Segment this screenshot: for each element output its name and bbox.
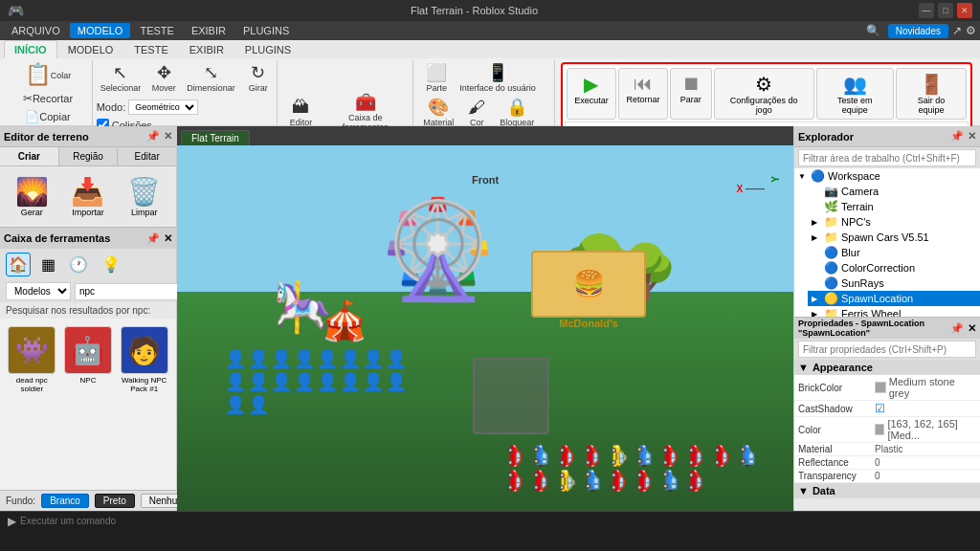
novidades-button[interactable]: Novidades [888, 24, 948, 38]
toolbox-icon-row: 🏠 ▦ 🕐 💡 [0, 249, 176, 280]
girar-button[interactable]: ↻ Girar [241, 62, 276, 95]
close-button[interactable]: ✕ [957, 3, 972, 18]
tree-item-ferris[interactable]: ▶ 📁 Ferris Wheel [808, 306, 980, 317]
dimensionar-button[interactable]: ⤡ Dimensionar [183, 62, 239, 95]
prop-material[interactable]: Material Plastic [794, 443, 980, 456]
explorer-pin-icon[interactable]: 📌 [950, 130, 964, 143]
tab-editar[interactable]: Editar [118, 147, 176, 165]
fundo-branco-button[interactable]: Branco [41, 494, 89, 508]
settings-icon[interactable]: ⚙ [966, 24, 976, 37]
tab-plugins[interactable]: PLUGINS [234, 40, 301, 58]
terrain-grid: 🌄 Gerar 📥 Importar 🗑️ Limpar [0, 166, 176, 227]
grid-icon[interactable]: ▦ [38, 253, 58, 276]
tree-item-sunrays[interactable]: 🔵 SunRays [808, 276, 980, 291]
prop-reflectance[interactable]: Reflectance 0 [794, 456, 980, 470]
minimize-button[interactable]: — [919, 3, 934, 18]
terrain-tool-limpar[interactable]: 🗑️ Limpar [118, 172, 170, 221]
cor-button[interactable]: 🖌 Cor [459, 97, 494, 129]
team-icon: 👥 [843, 73, 867, 96]
paste-icon: 📋 [25, 64, 51, 85]
command-icon: ▶ [8, 515, 16, 528]
toolbox-close-icon[interactable]: ✕ [164, 232, 172, 245]
mcdonalds-area: 🍔 McDonald's [531, 251, 646, 329]
prop-transparency[interactable]: Transparency 0 [794, 470, 980, 483]
npc-item-0[interactable]: 👾 dead npc soldier [6, 324, 58, 484]
toolbox-pin-icon[interactable]: 📌 [146, 232, 160, 245]
terrain-tool-importar[interactable]: 📥 Importar [62, 172, 115, 221]
executar-button[interactable]: ▶ Executar [567, 68, 616, 120]
exit-icon: 🚪 [920, 73, 944, 96]
canvas-tab-flat-terrain[interactable]: Flat Terrain [181, 130, 250, 145]
color-icon: 🖌 [468, 99, 485, 116]
tree-item-workspace[interactable]: ▼ 🔵 Workspace [794, 168, 980, 184]
tab-teste[interactable]: TESTE [123, 40, 178, 58]
tree-item-terrain[interactable]: 🌿 Terrain [808, 199, 980, 214]
colar-button[interactable]: 📋 Colar [21, 62, 76, 89]
menu-arquivo[interactable]: ARQUIVO [4, 23, 68, 38]
modo-select[interactable]: Geométrico [128, 99, 198, 115]
sair-equipe-button[interactable]: 🚪 Sair do equipe [896, 68, 967, 120]
category-select[interactable]: Modelos [6, 282, 71, 300]
prop-castshadow[interactable]: CastShadow ☑ [794, 401, 980, 417]
select-icon: ↖ [113, 64, 127, 81]
castshadow-checkbox[interactable]: ☑ [875, 402, 885, 415]
properties-content: ▼ Appearance BrickColor Medium stone gre… [794, 360, 980, 511]
npc-item-1[interactable]: 🤖 NPC [62, 324, 115, 484]
color-swatch [875, 424, 884, 435]
explorer-close-icon[interactable]: ✕ [968, 130, 976, 143]
retornar-button[interactable]: ⏮ Retornar [618, 68, 668, 120]
tree-item-spawnlocation[interactable]: ▶ 🟡 SpawnLocation [808, 291, 980, 306]
properties-search-input[interactable] [798, 341, 976, 358]
tab-modelo[interactable]: MODELO [57, 40, 124, 58]
interface-button[interactable]: 📱 Interface do usuário [456, 62, 540, 95]
tree-item-color[interactable]: 🔵 ColorCorrection [808, 260, 980, 276]
menu-plugins[interactable]: PLUGINS [235, 23, 297, 38]
teste-equipe-button[interactable]: 👥 Teste em equipe [816, 68, 895, 120]
parte-button[interactable]: ⬜ Parte [419, 62, 454, 95]
recortar-button[interactable]: ✂ Recortar [19, 90, 77, 107]
prop-color[interactable]: Color [163, 162, 165] [Med... [794, 417, 980, 443]
clock-icon[interactable]: 🕐 [66, 253, 91, 276]
tab-inicio[interactable]: INÍCIO [4, 40, 57, 58]
tab-criar[interactable]: Criar [0, 147, 59, 165]
menu-teste[interactable]: TESTE [132, 23, 181, 38]
section-data[interactable]: ▼ Data [794, 483, 980, 498]
terrain-pin-icon[interactable]: 📌 [146, 130, 160, 143]
maximize-button[interactable]: □ [938, 3, 953, 18]
terrain-close-icon[interactable]: ✕ [164, 130, 172, 143]
selecionar-button[interactable]: ↖ Selecionar [97, 62, 145, 95]
canvas-tabs: Flat Terrain [177, 126, 793, 145]
tree-item-camera[interactable]: 📷 Camera [808, 184, 980, 199]
scene-viewport[interactable]: Front 🎡 🌳 🌳 🍔 McDonald's 🎠 🎪 👤👤👤 👤👤👤 👤👤👤… [177, 145, 793, 511]
props-close-icon[interactable]: ✕ [968, 322, 976, 335]
npc-item-2[interactable]: 🧑 Walking NPC Pack #1 [118, 324, 170, 484]
parar-button[interactable]: ⏹ Parar [670, 68, 712, 120]
terrain-tool-gerar[interactable]: 🌄 Gerar [6, 172, 58, 221]
editor-button[interactable]: 🏔 Editor [283, 97, 318, 129]
prop-brickcolor[interactable]: BrickColor Medium stone grey [794, 375, 980, 401]
copiar-button[interactable]: 📄 Copiar [21, 108, 74, 125]
tree-item-blur[interactable]: 🔵 Blur [808, 245, 980, 260]
props-pin-icon[interactable]: 📌 [950, 322, 964, 335]
terrain-editor-header: Editor de terreno 📌 ✕ [0, 126, 176, 147]
mover-button[interactable]: ✥ Mover [146, 62, 181, 95]
explorer-search-input[interactable] [798, 149, 976, 166]
command-input[interactable] [20, 516, 972, 526]
properties-search [794, 339, 980, 360]
fundo-preto-button[interactable]: Preto [95, 494, 135, 508]
tree-item-npcs[interactable]: ▶ 📁 NPC's [808, 214, 980, 230]
search-icon[interactable]: 🔍 [866, 24, 880, 37]
tree-item-spawn-cars[interactable]: ▶ 📁 Spawn Cars V5.51 [808, 230, 980, 245]
tab-regiao[interactable]: Região [59, 147, 119, 165]
configuracoes-button[interactable]: ⚙ Configurações do jogo [714, 68, 814, 120]
bloquear-button[interactable]: 🔒 Bloquear [496, 97, 538, 129]
share-icon[interactable]: ↗ [952, 24, 962, 37]
home-icon[interactable]: 🏠 [6, 253, 31, 276]
menu-exibir[interactable]: EXIBIR [184, 23, 234, 38]
tab-exibir[interactable]: EXIBIR [179, 40, 234, 58]
left-panel: Editor de terreno 📌 ✕ Criar Região Edita… [0, 126, 177, 511]
material-button[interactable]: 🎨 Material [419, 97, 457, 129]
section-appearance[interactable]: ▼ Appearance [794, 360, 980, 375]
menu-modelo[interactable]: MODELO [70, 23, 131, 38]
lightbulb-icon[interactable]: 💡 [99, 253, 123, 276]
